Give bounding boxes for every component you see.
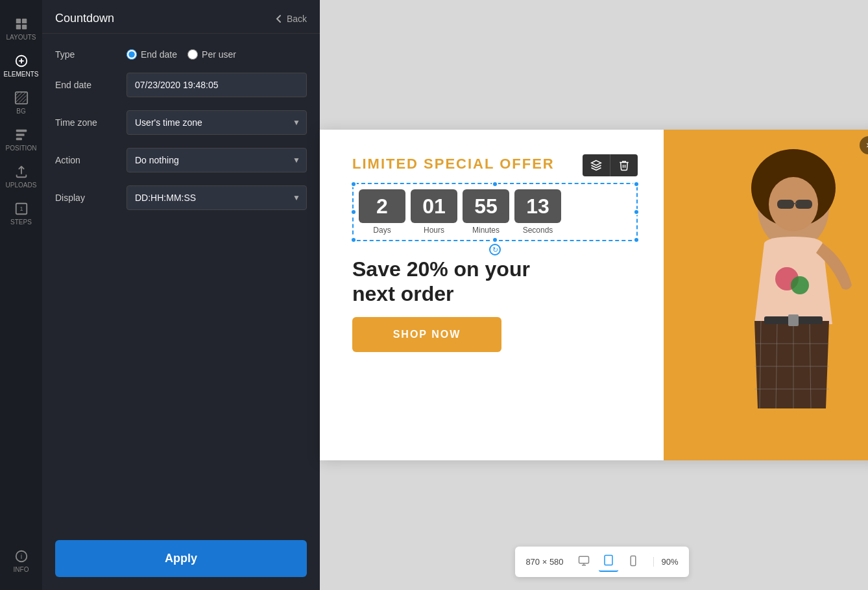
apply-button[interactable]: Apply [55, 540, 307, 577]
sidebar-label-info: INFO [14, 566, 29, 573]
sidebar-label-layouts: LAYOUTS [6, 34, 36, 41]
rotate-handle[interactable]: ↻ [489, 244, 501, 255]
display-row: Display DD:HH:MM:SS HH:MM:SS MM:SS ▼ [55, 185, 307, 210]
mobile-view-button[interactable] [623, 552, 643, 571]
icon-sidebar: LAYOUTS ELEMENTS BG POSITION UPLOADS 1 S… [0, 0, 42, 590]
svg-marker-15 [592, 161, 601, 166]
handle-tr[interactable] [633, 181, 640, 187]
sidebar-label-elements: ELEMENTS [4, 71, 39, 78]
countdown-element[interactable]: 2 Days 01 Hours 55 Minutes 13 Seconds [352, 183, 638, 241]
type-per-user-label: Per user [202, 49, 236, 60]
handle-br[interactable] [633, 237, 640, 243]
sidebar-item-bg[interactable]: BG [0, 84, 42, 121]
delete-button[interactable] [610, 154, 638, 176]
svg-text:1: 1 [19, 206, 23, 212]
svg-rect-34 [579, 556, 588, 563]
type-radio-group: End date Per user [127, 49, 307, 60]
svg-point-24 [791, 276, 809, 294]
sidebar-label-uploads: UPLOADS [6, 182, 37, 189]
action-row: Action Do nothing Hide element Redirect … [55, 148, 307, 172]
svg-rect-10 [16, 138, 21, 141]
sidebar-item-position[interactable]: POSITION [0, 121, 42, 158]
card-left: LIMITED SPECIAL OFFER [320, 130, 664, 460]
svg-rect-33 [788, 314, 799, 326]
countdown-minutes-label: Minutes [472, 226, 500, 235]
panel-title: Countdown [55, 12, 114, 25]
sidebar-item-layouts[interactable]: LAYOUTS [0, 10, 42, 47]
card-right: × [664, 130, 868, 460]
display-select-wrapper: DD:HH:MM:SS HH:MM:SS MM:SS ▼ [127, 185, 307, 210]
handle-mr[interactable] [633, 209, 640, 215]
panel-header: Countdown Back [42, 0, 320, 34]
countdown-toolbar [583, 154, 638, 176]
type-end-date-radio[interactable] [127, 49, 137, 60]
timezone-select-wrapper: User's time zone UTC EST ▼ [127, 110, 307, 135]
display-select[interactable]: DD:HH:MM:SS HH:MM:SS MM:SS [127, 185, 307, 210]
type-row: Type End date Per user [55, 49, 307, 60]
woman-image [664, 130, 868, 460]
countdown-seconds-value: 13 [514, 189, 561, 223]
action-label: Action [55, 155, 127, 165]
svg-rect-9 [16, 134, 24, 136]
timezone-row: Time zone User's time zone UTC EST ▼ [55, 110, 307, 135]
timezone-label: Time zone [55, 117, 127, 128]
end-date-input[interactable] [127, 73, 307, 97]
type-end-date-label: End date [141, 49, 177, 60]
zoom-label: 90% [653, 557, 679, 567]
canvas-area: LIMITED SPECIAL OFFER [320, 0, 868, 590]
svg-text:i: i [20, 552, 21, 560]
type-label: Type [55, 49, 127, 60]
countdown-seconds-label: Seconds [523, 226, 553, 235]
type-per-user-radio[interactable] [187, 49, 198, 60]
save-text: Save 20% on yournext order [352, 257, 638, 307]
end-date-control [127, 73, 307, 97]
action-select[interactable]: Do nothing Hide element Redirect [127, 148, 307, 172]
countdown-days-value: 2 [359, 189, 405, 223]
countdown-days-label: Days [373, 226, 391, 235]
settings-panel: Countdown Back Type End date Per user E [42, 0, 320, 590]
layers-button[interactable] [583, 154, 610, 176]
countdown-days-block: 2 Days [359, 189, 405, 235]
type-per-user-option[interactable]: Per user [187, 49, 236, 60]
bottom-bar: 870 × 580 90% [515, 547, 688, 577]
countdown-hours-value: 01 [411, 189, 457, 223]
countdown-minutes-value: 55 [463, 189, 509, 223]
timezone-select[interactable]: User's time zone UTC EST [127, 110, 307, 135]
sidebar-label-bg: BG [16, 108, 25, 115]
svg-rect-3 [21, 25, 26, 29]
end-date-row: End date [55, 73, 307, 97]
display-label: Display [55, 193, 127, 203]
preview-card: LIMITED SPECIAL OFFER [320, 130, 868, 460]
svg-rect-1 [21, 19, 26, 23]
countdown-hours-block: 01 Hours [411, 189, 457, 235]
countdown-seconds-block: 13 Seconds [514, 189, 561, 235]
sidebar-label-position: POSITION [6, 145, 37, 152]
svg-rect-8 [16, 130, 27, 132]
sidebar-item-uploads[interactable]: UPLOADS [0, 158, 42, 195]
svg-rect-21 [795, 200, 812, 209]
sidebar-item-steps[interactable]: 1 STEPS [0, 195, 42, 232]
handle-tm[interactable] [492, 181, 498, 187]
back-button[interactable]: Back [274, 14, 307, 24]
svg-rect-2 [16, 25, 20, 29]
handle-bm[interactable] [492, 237, 498, 243]
action-select-wrapper: Do nothing Hide element Redirect ▼ [127, 148, 307, 172]
panel-content: Type End date Per user End date Time zon… [42, 34, 320, 540]
handle-bl[interactable] [350, 237, 357, 243]
handle-ml[interactable] [350, 209, 357, 215]
svg-rect-0 [16, 19, 20, 23]
svg-rect-20 [777, 200, 794, 209]
countdown-container: 2 Days 01 Hours 55 Minutes 13 Seconds [352, 183, 638, 241]
type-end-date-option[interactable]: End date [127, 49, 177, 60]
shop-now-button[interactable]: SHOP NOW [352, 317, 501, 352]
sidebar-item-info[interactable]: i INFO [0, 543, 42, 580]
tablet-view-button[interactable] [599, 552, 618, 572]
sidebar-label-steps: STEPS [10, 218, 32, 226]
dimension-label: 870 × 580 [525, 557, 563, 567]
countdown-hours-label: Hours [424, 226, 444, 235]
countdown-minutes-block: 55 Minutes [463, 189, 509, 235]
sidebar-item-elements[interactable]: ELEMENTS [0, 47, 42, 84]
handle-tl[interactable] [350, 181, 357, 187]
end-date-label: End date [55, 80, 127, 90]
desktop-view-button[interactable] [574, 552, 594, 571]
